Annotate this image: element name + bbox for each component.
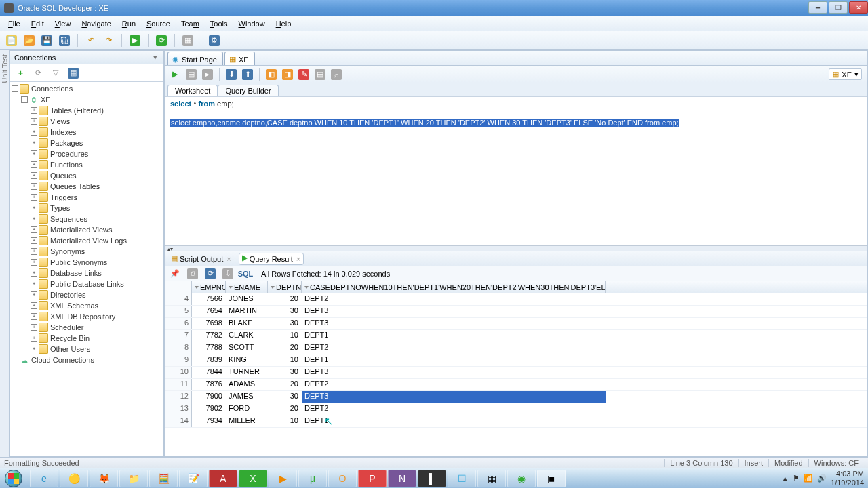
XE[interactable]: -🛢XE (12, 94, 162, 105)
taskbar-utorrent[interactable]: μ (298, 470, 327, 487)
tree-item-tables-filtered-[interactable]: +Tables (Filtered) (12, 105, 162, 116)
table-row[interactable]: 77782CLARK10DEPT1 (165, 330, 867, 342)
table-row[interactable]: 47566JONES20DEPT2 (165, 293, 867, 306)
table-row[interactable]: 147934MILLER10DEPT1 (165, 415, 867, 428)
taskbar-powerpoint[interactable]: P (358, 470, 387, 487)
tree-item-triggers[interactable]: +Triggers (12, 192, 162, 203)
taskbar-media[interactable]: ▶ (269, 470, 297, 487)
cell-deptno[interactable]: 20 (268, 342, 302, 354)
window-minimize-button[interactable]: ━ (808, 1, 827, 14)
cell-empno[interactable]: 7782 (192, 330, 226, 342)
open-button[interactable]: 📂 (22, 33, 37, 48)
menu-help[interactable]: Help (272, 18, 296, 29)
tree-item-sequences[interactable]: +Sequences (12, 214, 162, 224)
window-maximize-button[interactable]: ❐ (829, 1, 848, 14)
saveall-button[interactable]: ⿻ (57, 33, 72, 48)
cell-ename[interactable]: JONES (226, 293, 268, 305)
menu-team[interactable]: Team (177, 18, 203, 29)
taskbar-chrome[interactable]: 🟡 (60, 470, 88, 487)
debug-button[interactable]: ⟳ (154, 33, 169, 48)
cell-deptno[interactable]: 10 (268, 415, 302, 427)
cell-deptno[interactable]: 30 (268, 391, 302, 403)
pin-button[interactable]: 📌 (167, 266, 182, 281)
rollback-button[interactable]: ⬆ (240, 67, 255, 82)
undo-button[interactable]: ↶ (83, 33, 98, 48)
close-icon[interactable]: × (296, 255, 300, 263)
cell-ename[interactable]: ADAMS (226, 379, 268, 390)
tab-script-output[interactable]: ▤ Script Output × (167, 252, 235, 265)
sql-editor[interactable]: select * from emp; select empno,ename,de… (165, 97, 867, 246)
cell-deptno[interactable]: 30 (268, 318, 302, 329)
menu-navigate[interactable]: Navigate (77, 18, 115, 29)
cell-deptno[interactable]: 10 (268, 354, 302, 366)
explain-plan-button[interactable]: ▸ (200, 67, 215, 82)
table-row[interactable]: 137902FORD20DEPT2 (165, 403, 867, 415)
taskbar-firefox[interactable]: 🦊 (90, 470, 118, 487)
cell-ename[interactable]: FORD (226, 403, 268, 415)
commit-button[interactable]: ⬇ (224, 67, 239, 82)
tree-item-queues[interactable]: +Queues (12, 170, 162, 181)
refresh-result-button[interactable]: ⟳ (203, 266, 218, 281)
col-deptno[interactable]: DEPTNO (268, 281, 302, 293)
cell-empno[interactable]: 7900 (192, 391, 226, 403)
connection-selector[interactable]: ▦ XE ▾ (829, 68, 862, 80)
cell-ename[interactable]: TURNER (226, 367, 268, 378)
cell-empno[interactable]: 7902 (192, 403, 226, 415)
cell-case[interactable]: DEPT1 (302, 415, 606, 427)
tree-connections-root[interactable]: -Connections (12, 83, 162, 94)
taskbar-cmd[interactable]: ▌ (418, 470, 446, 487)
menu-run[interactable]: Run (118, 18, 140, 29)
cell-empno[interactable]: 7876 (192, 379, 226, 390)
tree-item-other-users[interactable]: +Other Users (12, 344, 162, 354)
autotrace-button[interactable]: ◧ (264, 67, 279, 82)
cell-deptno[interactable]: 20 (268, 293, 302, 305)
tree-item-materialized-view-logs[interactable]: +Materialized View Logs (12, 235, 162, 246)
tray-volume-icon[interactable]: 🔊 (817, 474, 827, 483)
col-empno[interactable]: EMPNO (192, 281, 226, 293)
side-tab-unit-test[interactable]: Unit Test (1, 53, 9, 85)
results-grid[interactable]: EMPNO ENAME DEPTNO CASEDEPTNOWHEN10THEN'… (165, 281, 867, 456)
menu-view[interactable]: View (51, 18, 75, 29)
filter-button[interactable]: ▽ (48, 66, 63, 81)
run-statement-button[interactable] (167, 67, 182, 82)
cell-case[interactable]: DEPT2 (302, 342, 606, 354)
run-script-button[interactable]: ▤ (184, 67, 199, 82)
open-sql-button[interactable]: ▦ (66, 66, 81, 81)
cell-deptno[interactable]: 20 (268, 379, 302, 390)
cell-case[interactable]: DEPT2 (302, 379, 606, 390)
tree-item-scheduler[interactable]: +Scheduler (12, 322, 162, 333)
close-icon[interactable]: × (226, 255, 231, 263)
table-row[interactable]: 87788SCOTT20DEPT2 (165, 342, 867, 354)
tree-item-materialized-views[interactable]: +Materialized Views (12, 224, 162, 235)
new-button[interactable]: 📄 (4, 33, 19, 48)
col-case[interactable]: CASEDEPTNOWHEN10THEN'DEPT1'WHEN20THEN'DE… (302, 281, 606, 293)
cell-deptno[interactable]: 10 (268, 330, 302, 342)
tree-cloud-connections[interactable]: ☁Cloud Connections (12, 354, 162, 365)
taskbar-ie[interactable]: e (30, 470, 58, 487)
tree-item-synonyms[interactable]: +Synonyms (12, 246, 162, 257)
tab-query-result[interactable]: Query Result × (239, 253, 304, 265)
tree-item-public-database-links[interactable]: +Public Database Links (12, 279, 162, 289)
tray-network-icon[interactable]: 📶 (804, 474, 813, 483)
tray-flag-icon[interactable]: ⚑ (793, 474, 800, 483)
tree-item-directories[interactable]: +Directories (12, 289, 162, 300)
splitter-handle[interactable]: ▴▾ (165, 246, 867, 251)
cell-case[interactable]: DEPT3 (302, 306, 606, 317)
cell-deptno[interactable]: 30 (268, 367, 302, 378)
taskbar-explorer[interactable]: 📁 (119, 470, 148, 487)
cell-case[interactable]: DEPT3 (302, 391, 606, 403)
tab-xe[interactable]: ▦ XE (224, 52, 255, 65)
cell-case[interactable]: DEPT1 (302, 330, 606, 342)
cell-empno[interactable]: 7698 (192, 318, 226, 329)
sql-tuning-button[interactable]: ◨ (280, 67, 295, 82)
run-button[interactable]: ▶ (127, 33, 142, 48)
cell-ename[interactable]: KING (226, 354, 268, 366)
tree-item-public-synonyms[interactable]: +Public Synonyms (12, 257, 162, 268)
tree-item-queues-tables[interactable]: +Queues Tables (12, 181, 162, 192)
start-button[interactable] (0, 468, 27, 489)
tab-start-page[interactable]: ◉ Start Page (167, 52, 223, 65)
tree-item-indexes[interactable]: +Indexes (12, 127, 162, 138)
taskbar-sticky[interactable]: ☐ (448, 470, 476, 487)
sql-worksheet-button[interactable]: ▦ (180, 33, 195, 48)
cell-empno[interactable]: 7844 (192, 367, 226, 378)
